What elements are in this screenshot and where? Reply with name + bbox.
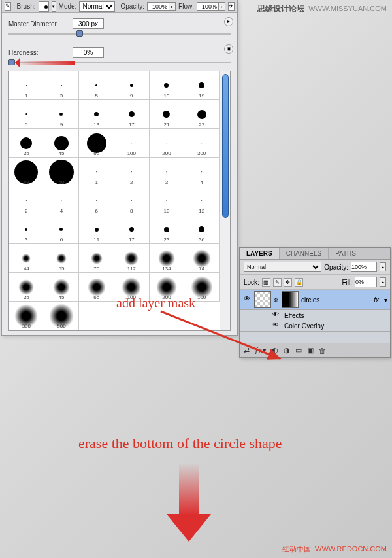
brush-preset-cell[interactable]: 9 (44, 100, 80, 129)
color-overlay-row[interactable]: 👁 Color Overlay (240, 321, 390, 331)
layers-footer: ⇄ ƒx▾ ◐ ◑ ▭ ▣ 🗑 (240, 343, 390, 357)
tab-layers[interactable]: LAYERS (240, 248, 280, 259)
brush-preset-cell[interactable]: ·10 (150, 186, 185, 215)
brush-preset-cell[interactable]: ·8 (114, 186, 150, 215)
brush-preset-cell[interactable]: 11 (79, 215, 114, 244)
add-mask-icon[interactable]: ◐ (272, 346, 278, 355)
brush-preset-cell[interactable]: ·12 (184, 186, 220, 215)
lock-position-icon[interactable]: ✥ (284, 278, 292, 287)
effects-row[interactable]: 👁 Effects (240, 310, 390, 321)
brush-preset-cell[interactable]: 21 (150, 100, 185, 129)
brush-preset-cell[interactable]: ·6 (79, 186, 114, 215)
brush-preset-cell[interactable]: 35 (9, 129, 44, 158)
chevron-down-icon[interactable]: ▸ (219, 2, 225, 11)
lock-transparency-icon[interactable]: ▦ (262, 278, 270, 287)
layer-opacity-input[interactable] (351, 262, 377, 272)
brush-preset-cell[interactable]: 48 (9, 158, 44, 186)
visibility-icon[interactable]: 👁 (271, 321, 280, 330)
visibility-icon[interactable]: 👁 (271, 311, 280, 320)
brush-preset-cell[interactable]: 5 (9, 100, 44, 129)
brush-preset-cell[interactable]: 55 (44, 244, 80, 273)
brush-preset-cell[interactable]: 3 (9, 215, 44, 244)
layer-name[interactable]: circles (301, 296, 371, 304)
brush-preset-cell[interactable]: 35 (9, 273, 44, 302)
link-icon[interactable]: ⛓ (274, 297, 279, 303)
flow-input[interactable] (197, 2, 219, 11)
new-preset-icon[interactable]: ◉ (224, 44, 233, 54)
brush-preset-cell[interactable]: ·4 (44, 186, 80, 215)
brush-preset-cell[interactable]: 45 (44, 273, 80, 302)
tab-paths[interactable]: PATHS (329, 248, 363, 259)
airbrush-icon[interactable]: ✈ (228, 2, 235, 11)
chevron-down-icon[interactable]: ▸ (380, 262, 386, 271)
brush-preset-cell[interactable]: 27 (184, 100, 220, 129)
lock-pixels-icon[interactable]: ✎ (273, 278, 282, 287)
fx-collapse-icon[interactable]: ▾ (384, 296, 387, 304)
brush-preset-cell[interactable]: 500 (44, 302, 80, 330)
layer-blend-select[interactable]: Normal (244, 262, 321, 272)
brush-preset-cell[interactable]: ·3 (150, 158, 185, 186)
brush-preset-cell[interactable]: ·1 (79, 158, 114, 186)
brush-preset-cell[interactable]: 1 (9, 71, 44, 100)
brush-preset-grid: 135913195913172127354565·100·200·3004860… (8, 71, 231, 331)
hardness-input[interactable] (73, 47, 104, 58)
lock-all-icon[interactable]: 🔒 (295, 278, 303, 287)
brush-preset-cell[interactable]: 45 (44, 129, 80, 158)
brush-preset-cell[interactable]: 3 (44, 71, 80, 100)
brush-preset-cell[interactable]: 60 (44, 158, 80, 186)
brush-preset-cell[interactable]: 6 (44, 215, 80, 244)
brush-preset-cell[interactable]: 13 (150, 71, 185, 100)
layer-thumbnail[interactable] (254, 291, 271, 308)
annotation-big-arrow-icon (167, 463, 211, 542)
brush-preset-cell[interactable]: ·300 (184, 129, 220, 158)
layers-panel: LAYERS CHANNELS PATHS Normal Opacity: ▸ … (239, 247, 391, 358)
link-layers-icon[interactable]: ⇄ (244, 346, 250, 355)
brush-preset-cell[interactable]: 13 (79, 100, 114, 129)
blend-mode-select[interactable]: Normal (79, 1, 115, 12)
chevron-down-icon[interactable]: ▸ (169, 2, 176, 11)
group-icon[interactable]: ▭ (295, 346, 302, 355)
brush-preset-cell[interactable]: 65 (79, 129, 114, 158)
brush-preset-swatch[interactable] (39, 1, 50, 12)
opacity-input[interactable] (147, 2, 169, 11)
layer-row-circles[interactable]: 👁 ⛓ circles fx ▾ (240, 290, 390, 310)
brush-preset-cell[interactable]: 9 (114, 71, 150, 100)
brush-preset-cell[interactable]: 300 (9, 302, 44, 330)
scrollbar[interactable] (220, 71, 230, 330)
brush-preset-cell[interactable]: 134 (150, 244, 185, 273)
brush-preset-cell[interactable]: 36 (184, 215, 220, 244)
brush-preset-cell[interactable]: 23 (150, 215, 185, 244)
brush-preset-cell[interactable]: 44 (9, 244, 44, 273)
brush-tool-icon[interactable]: ✎ (5, 2, 11, 11)
brush-preset-cell[interactable]: ·100 (114, 129, 150, 158)
visibility-icon[interactable]: 👁 (242, 295, 252, 304)
fx-menu-icon[interactable]: ƒx▾ (255, 346, 267, 355)
brush-preset-cell[interactable]: 112 (114, 244, 150, 273)
flyout-menu-icon[interactable]: ▸ (224, 17, 233, 26)
trash-icon[interactable]: 🗑 (319, 347, 326, 355)
brush-dropdown-icon[interactable]: ▾ (52, 1, 56, 12)
brush-preset-cell[interactable]: 65 (79, 273, 114, 302)
brush-preset-cell[interactable]: ·200 (150, 129, 185, 158)
brush-preset-cell[interactable]: 19 (184, 71, 220, 100)
hardness-slider[interactable] (8, 60, 231, 65)
diameter-slider[interactable] (8, 31, 231, 37)
chevron-down-icon[interactable]: ▸ (380, 277, 386, 287)
master-diameter-input[interactable] (73, 18, 104, 29)
brush-preset-cell[interactable]: 17 (114, 215, 150, 244)
fill-input[interactable] (355, 277, 377, 287)
adjustment-layer-icon[interactable]: ◑ (284, 346, 290, 355)
brush-preset-cell[interactable]: 74 (184, 244, 220, 273)
brush-preset-cell[interactable]: ·2 (114, 158, 150, 186)
master-diameter-label: Master Diameter (8, 20, 67, 27)
brush-preset-cell[interactable]: ·2 (9, 186, 44, 215)
layer-mask-thumbnail[interactable] (282, 291, 299, 308)
new-layer-icon[interactable]: ▣ (307, 346, 314, 355)
tab-channels[interactable]: CHANNELS (280, 248, 329, 259)
fx-badge[interactable]: fx (374, 296, 379, 304)
brush-preset-cell[interactable]: 17 (114, 100, 150, 129)
layer-list: 👁 ⛓ circles fx ▾ 👁 Effects 👁 Color Overl… (240, 290, 390, 343)
brush-preset-cell[interactable]: 5 (79, 71, 114, 100)
brush-preset-cell[interactable]: ·4 (184, 158, 220, 186)
brush-preset-cell[interactable]: 70 (79, 244, 114, 273)
